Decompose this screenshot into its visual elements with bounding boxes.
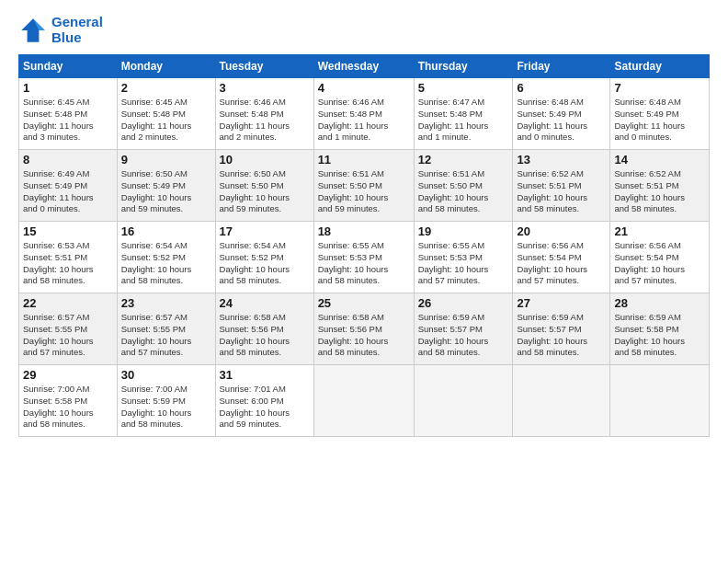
day-number: 24 <box>220 296 310 310</box>
day-info: Sunrise: 6:53 AM Sunset: 5:51 PM Dayligh… <box>23 240 113 287</box>
day-info: Sunrise: 6:59 AM Sunset: 5:57 PM Dayligh… <box>517 312 606 359</box>
day-number: 31 <box>220 368 310 382</box>
day-number: 29 <box>23 368 113 382</box>
day-info: Sunrise: 6:48 AM Sunset: 5:49 PM Dayligh… <box>614 97 705 144</box>
table-row: 11Sunrise: 6:51 AM Sunset: 5:50 PM Dayli… <box>313 150 414 222</box>
table-row: 6Sunrise: 6:48 AM Sunset: 5:49 PM Daylig… <box>513 78 610 150</box>
table-row <box>414 365 513 437</box>
page: General Blue Sunday Monday Tuesday Wedne… <box>0 0 728 563</box>
col-thursday: Thursday <box>414 55 513 78</box>
day-number: 3 <box>220 81 310 95</box>
table-row: 5Sunrise: 6:47 AM Sunset: 5:48 PM Daylig… <box>414 78 513 150</box>
table-row: 15Sunrise: 6:53 AM Sunset: 5:51 PM Dayli… <box>19 222 118 293</box>
day-info: Sunrise: 6:48 AM Sunset: 5:49 PM Dayligh… <box>517 97 606 144</box>
day-number: 26 <box>418 296 509 310</box>
col-wednesday: Wednesday <box>313 55 414 78</box>
day-number: 27 <box>517 296 606 310</box>
day-info: Sunrise: 6:58 AM Sunset: 5:56 PM Dayligh… <box>318 312 410 359</box>
day-info: Sunrise: 6:55 AM Sunset: 5:53 PM Dayligh… <box>418 240 509 287</box>
col-sunday: Sunday <box>19 55 118 78</box>
day-number: 22 <box>23 296 113 310</box>
table-row: 23Sunrise: 6:57 AM Sunset: 5:55 PM Dayli… <box>117 293 215 365</box>
table-row: 2Sunrise: 6:45 AM Sunset: 5:48 PM Daylig… <box>117 78 215 150</box>
day-number: 18 <box>318 224 410 238</box>
day-info: Sunrise: 6:57 AM Sunset: 5:55 PM Dayligh… <box>121 312 211 359</box>
day-info: Sunrise: 6:50 AM Sunset: 5:49 PM Dayligh… <box>121 168 211 215</box>
day-number: 12 <box>418 153 509 167</box>
table-row: 3Sunrise: 6:46 AM Sunset: 5:48 PM Daylig… <box>215 78 313 150</box>
day-info: Sunrise: 6:59 AM Sunset: 5:58 PM Dayligh… <box>614 312 705 359</box>
day-number: 7 <box>614 81 705 95</box>
day-info: Sunrise: 7:00 AM Sunset: 5:58 PM Dayligh… <box>23 384 113 431</box>
table-row: 14Sunrise: 6:52 AM Sunset: 5:51 PM Dayli… <box>610 150 710 222</box>
day-info: Sunrise: 7:00 AM Sunset: 5:59 PM Dayligh… <box>121 384 211 431</box>
day-number: 28 <box>614 296 705 310</box>
day-info: Sunrise: 6:51 AM Sunset: 5:50 PM Dayligh… <box>418 168 509 215</box>
table-row: 28Sunrise: 6:59 AM Sunset: 5:58 PM Dayli… <box>610 293 710 365</box>
day-number: 19 <box>418 224 509 238</box>
day-number: 5 <box>418 81 509 95</box>
table-row: 7Sunrise: 6:48 AM Sunset: 5:49 PM Daylig… <box>610 78 710 150</box>
day-info: Sunrise: 6:51 AM Sunset: 5:50 PM Dayligh… <box>318 168 410 215</box>
day-info: Sunrise: 6:55 AM Sunset: 5:53 PM Dayligh… <box>318 240 410 287</box>
calendar-table: Sunday Monday Tuesday Wednesday Thursday… <box>18 54 710 437</box>
table-row: 13Sunrise: 6:52 AM Sunset: 5:51 PM Dayli… <box>513 150 610 222</box>
day-number: 17 <box>220 224 310 238</box>
day-number: 4 <box>318 81 410 95</box>
table-row <box>313 365 414 437</box>
logo: General Blue <box>18 15 103 45</box>
table-row <box>513 365 610 437</box>
table-row: 9Sunrise: 6:50 AM Sunset: 5:49 PM Daylig… <box>117 150 215 222</box>
day-info: Sunrise: 6:56 AM Sunset: 5:54 PM Dayligh… <box>517 240 606 287</box>
header-row: Sunday Monday Tuesday Wednesday Thursday… <box>19 55 710 78</box>
day-info: Sunrise: 6:54 AM Sunset: 5:52 PM Dayligh… <box>121 240 211 287</box>
table-row: 4Sunrise: 6:46 AM Sunset: 5:48 PM Daylig… <box>313 78 414 150</box>
day-info: Sunrise: 6:59 AM Sunset: 5:57 PM Dayligh… <box>418 312 509 359</box>
day-info: Sunrise: 6:52 AM Sunset: 5:51 PM Dayligh… <box>517 168 606 215</box>
table-row: 25Sunrise: 6:58 AM Sunset: 5:56 PM Dayli… <box>313 293 414 365</box>
day-number: 20 <box>517 224 606 238</box>
day-info: Sunrise: 6:47 AM Sunset: 5:48 PM Dayligh… <box>418 97 509 144</box>
day-info: Sunrise: 6:50 AM Sunset: 5:50 PM Dayligh… <box>220 168 310 215</box>
day-info: Sunrise: 6:46 AM Sunset: 5:48 PM Dayligh… <box>318 97 410 144</box>
day-number: 6 <box>517 81 606 95</box>
table-row: 30Sunrise: 7:00 AM Sunset: 5:59 PM Dayli… <box>117 365 215 437</box>
logo-icon <box>18 16 48 45</box>
table-row: 31Sunrise: 7:01 AM Sunset: 6:00 PM Dayli… <box>215 365 313 437</box>
day-number: 11 <box>318 153 410 167</box>
day-number: 25 <box>318 296 410 310</box>
day-number: 15 <box>23 224 113 238</box>
header: General Blue <box>18 15 710 45</box>
day-info: Sunrise: 6:49 AM Sunset: 5:49 PM Dayligh… <box>23 168 113 215</box>
table-row: 20Sunrise: 6:56 AM Sunset: 5:54 PM Dayli… <box>513 222 610 293</box>
table-row: 22Sunrise: 6:57 AM Sunset: 5:55 PM Dayli… <box>19 293 118 365</box>
day-number: 13 <box>517 153 606 167</box>
day-info: Sunrise: 6:46 AM Sunset: 5:48 PM Dayligh… <box>220 97 310 144</box>
day-info: Sunrise: 6:52 AM Sunset: 5:51 PM Dayligh… <box>614 168 705 215</box>
day-info: Sunrise: 7:01 AM Sunset: 6:00 PM Dayligh… <box>220 384 310 431</box>
table-row: 29Sunrise: 7:00 AM Sunset: 5:58 PM Dayli… <box>19 365 118 437</box>
day-number: 14 <box>614 153 705 167</box>
col-tuesday: Tuesday <box>215 55 313 78</box>
day-info: Sunrise: 6:45 AM Sunset: 5:48 PM Dayligh… <box>121 97 211 144</box>
col-saturday: Saturday <box>610 55 710 78</box>
table-row: 1Sunrise: 6:45 AM Sunset: 5:48 PM Daylig… <box>19 78 118 150</box>
table-row: 18Sunrise: 6:55 AM Sunset: 5:53 PM Dayli… <box>313 222 414 293</box>
table-row: 27Sunrise: 6:59 AM Sunset: 5:57 PM Dayli… <box>513 293 610 365</box>
table-row: 8Sunrise: 6:49 AM Sunset: 5:49 PM Daylig… <box>19 150 118 222</box>
day-number: 21 <box>614 224 705 238</box>
day-info: Sunrise: 6:57 AM Sunset: 5:55 PM Dayligh… <box>23 312 113 359</box>
table-row: 21Sunrise: 6:56 AM Sunset: 5:54 PM Dayli… <box>610 222 710 293</box>
table-row: 10Sunrise: 6:50 AM Sunset: 5:50 PM Dayli… <box>215 150 313 222</box>
day-number: 8 <box>23 153 113 167</box>
table-row: 12Sunrise: 6:51 AM Sunset: 5:50 PM Dayli… <box>414 150 513 222</box>
day-number: 30 <box>121 368 211 382</box>
logo-text: General Blue <box>51 15 103 45</box>
col-friday: Friday <box>513 55 610 78</box>
day-number: 9 <box>121 153 211 167</box>
day-info: Sunrise: 6:54 AM Sunset: 5:52 PM Dayligh… <box>220 240 310 287</box>
table-row: 17Sunrise: 6:54 AM Sunset: 5:52 PM Dayli… <box>215 222 313 293</box>
table-row: 24Sunrise: 6:58 AM Sunset: 5:56 PM Dayli… <box>215 293 313 365</box>
day-number: 16 <box>121 224 211 238</box>
table-row: 19Sunrise: 6:55 AM Sunset: 5:53 PM Dayli… <box>414 222 513 293</box>
